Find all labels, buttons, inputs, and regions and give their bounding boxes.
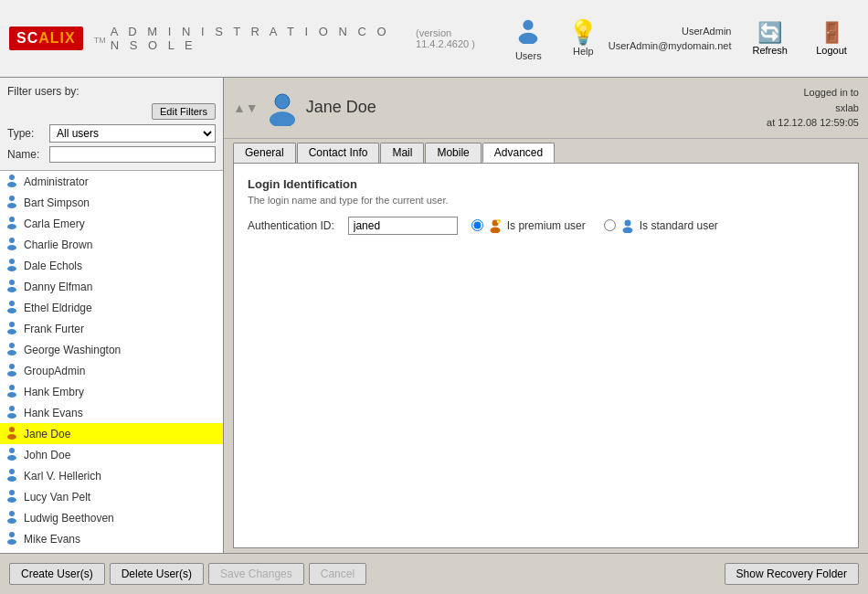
logo-area: SCALIX TM bbox=[9, 27, 106, 50]
filter-type-row: Type: All users bbox=[7, 124, 216, 143]
logout-button[interactable]: 🚪 Logout bbox=[804, 16, 859, 61]
user-list-item[interactable]: GroupAdmin bbox=[0, 360, 223, 381]
tab-mail[interactable]: Mail bbox=[380, 143, 424, 163]
svg-point-6 bbox=[9, 217, 15, 222]
filter-name-row: Name: bbox=[7, 146, 216, 163]
svg-point-23 bbox=[7, 392, 16, 398]
filter-label: Filter users by: bbox=[7, 85, 216, 98]
svg-point-22 bbox=[9, 385, 15, 390]
logged-in-info: Logged in to sxlab at 12.12.08 12:59:05 bbox=[767, 85, 859, 131]
logo: SCALIX bbox=[9, 27, 83, 50]
tab-general[interactable]: General bbox=[233, 143, 296, 163]
user-list-item[interactable]: Lucy Van Pelt bbox=[0, 486, 223, 507]
premium-radio[interactable] bbox=[471, 219, 483, 231]
svg-point-19 bbox=[7, 350, 16, 355]
premium-radio-option[interactable]: ★ Is premium user bbox=[471, 218, 586, 233]
user-list-item[interactable]: Mike Evans bbox=[0, 528, 223, 549]
standard-radio-label: Is standard user bbox=[640, 219, 718, 232]
tab-contact-info[interactable]: Contact Info bbox=[297, 143, 380, 163]
standard-radio[interactable] bbox=[604, 219, 616, 231]
user-list-name: George Washington bbox=[24, 344, 121, 356]
svg-point-33 bbox=[7, 497, 16, 503]
svg-point-30 bbox=[9, 469, 15, 474]
user-list-icon bbox=[5, 320, 19, 337]
user-list-item[interactable]: Hank Evans bbox=[0, 402, 223, 423]
nav-arrows[interactable]: ▲▼ bbox=[233, 101, 259, 115]
user-list-icon bbox=[5, 509, 19, 526]
user-list-item[interactable]: Karl V. Hellerich bbox=[0, 465, 223, 486]
user-list-icon bbox=[5, 530, 19, 547]
svg-point-14 bbox=[9, 301, 15, 306]
tab-content: Login Identification The login name and … bbox=[233, 163, 859, 549]
user-list-name: Carla Emery bbox=[24, 217, 85, 230]
svg-point-1 bbox=[519, 32, 538, 43]
bottom-bar: Create User(s) Delete User(s) Save Chang… bbox=[0, 553, 868, 594]
standard-user-icon bbox=[620, 218, 635, 233]
refresh-label: Refresh bbox=[752, 45, 788, 56]
user-list-item[interactable]: George Washington bbox=[0, 339, 223, 360]
app-version: (version 11.4.2.4620 ) bbox=[416, 27, 494, 49]
name-input[interactable] bbox=[49, 146, 216, 163]
users-icon bbox=[514, 16, 542, 48]
user-list-item[interactable]: John Doe bbox=[0, 444, 223, 465]
logout-icon: 🚪 bbox=[820, 21, 844, 45]
user-list-icon bbox=[5, 551, 19, 553]
user-list-name: John Doe bbox=[24, 449, 70, 461]
logged-in-time: at 12.12.08 12:59:05 bbox=[767, 115, 859, 131]
auth-id-input[interactable] bbox=[348, 217, 458, 235]
user-list-item[interactable]: Administrator bbox=[0, 171, 223, 192]
content-username: Jane Doe bbox=[306, 98, 376, 117]
user-list-item[interactable]: mr delegate bbox=[0, 549, 223, 553]
user-list-item[interactable]: Carla Emery bbox=[0, 213, 223, 234]
header: SCALIX TM A D M I N I S T R A T I O N C … bbox=[0, 0, 868, 78]
user-list-name: Bart Simpson bbox=[24, 196, 90, 209]
svg-point-32 bbox=[9, 490, 15, 495]
save-changes-button[interactable]: Save Changes bbox=[208, 563, 304, 585]
create-user-button[interactable]: Create User(s) bbox=[9, 563, 105, 585]
user-list-item[interactable]: Danny Elfman bbox=[0, 276, 223, 297]
delete-user-button[interactable]: Delete User(s) bbox=[110, 563, 204, 585]
type-select[interactable]: All users bbox=[49, 124, 216, 143]
user-list-item[interactable]: Jane Doe bbox=[0, 423, 223, 444]
auth-id-label: Authentication ID: bbox=[248, 219, 334, 232]
svg-point-35 bbox=[7, 518, 16, 524]
show-recovery-button[interactable]: Show Recovery Folder bbox=[725, 563, 859, 585]
svg-point-29 bbox=[7, 455, 16, 461]
user-list-item[interactable]: Ethel Eldridge bbox=[0, 297, 223, 318]
svg-point-37 bbox=[7, 539, 16, 545]
svg-point-11 bbox=[7, 266, 16, 271]
user-list-item[interactable]: Hank Embry bbox=[0, 381, 223, 402]
svg-point-13 bbox=[7, 287, 16, 292]
svg-point-49 bbox=[270, 111, 295, 126]
user-list-icon bbox=[5, 278, 19, 295]
user-list-item[interactable]: Bart Simpson bbox=[0, 192, 223, 213]
user-info: UserAdmin UserAdmin@mydomain.net bbox=[609, 24, 732, 54]
user-list-name: Frank Furter bbox=[24, 323, 84, 335]
svg-point-15 bbox=[7, 308, 16, 313]
user-list-icon bbox=[5, 404, 19, 421]
edit-filters-button[interactable]: Edit Filters bbox=[152, 103, 216, 120]
svg-point-3 bbox=[7, 182, 16, 187]
user-list-name: GroupAdmin bbox=[24, 365, 85, 377]
standard-radio-option[interactable]: Is standard user bbox=[604, 218, 718, 233]
app-title: A D M I N I S T R A T I O N C O N S O L … bbox=[111, 25, 408, 52]
user-list-item[interactable]: Frank Furter bbox=[0, 318, 223, 339]
user-list-item[interactable]: Charlie Brown bbox=[0, 234, 223, 255]
cancel-button[interactable]: Cancel bbox=[309, 563, 366, 585]
svg-point-26 bbox=[9, 427, 15, 432]
svg-point-12 bbox=[9, 280, 15, 285]
user-list-icon bbox=[5, 215, 19, 232]
help-tool-button[interactable]: 💡 Help bbox=[558, 15, 609, 62]
tab-mobile[interactable]: Mobile bbox=[425, 143, 481, 163]
user-list-item[interactable]: Ludwig Beethoven bbox=[0, 507, 223, 528]
svg-point-5 bbox=[7, 203, 16, 208]
svg-point-36 bbox=[9, 532, 15, 537]
user-list-name: Danny Elfman bbox=[24, 281, 92, 293]
filter-bar: Filter users by: Edit Filters Type: All … bbox=[0, 78, 223, 171]
tab-advanced[interactable]: Advanced bbox=[482, 143, 555, 163]
user-list-item[interactable]: Dale Echols bbox=[0, 255, 223, 276]
refresh-button[interactable]: 🔄 Refresh bbox=[740, 16, 799, 61]
svg-point-20 bbox=[9, 364, 15, 369]
users-tool-button[interactable]: Users bbox=[503, 11, 554, 67]
login-id-desc: The login name and type for the current … bbox=[248, 195, 844, 206]
